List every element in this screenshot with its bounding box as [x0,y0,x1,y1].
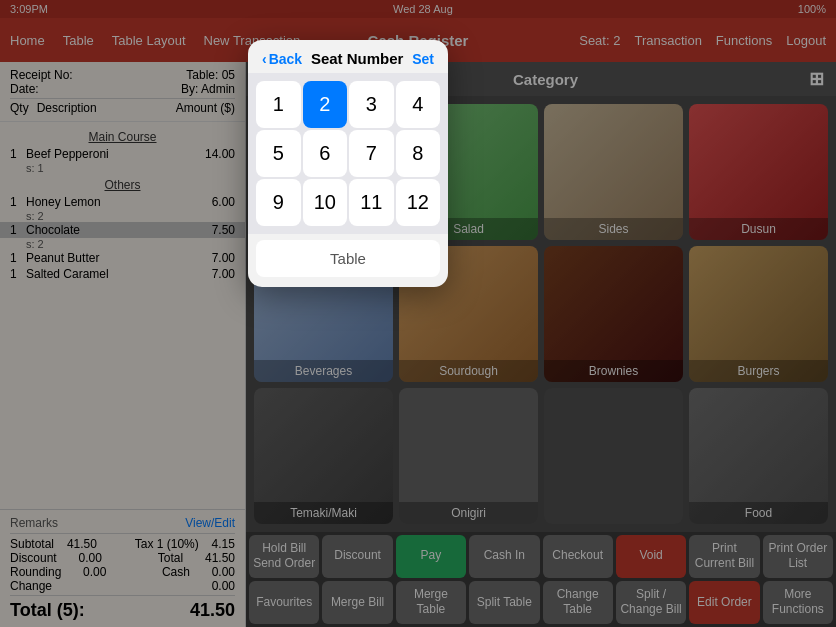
modal-title: Seat Number [311,50,404,67]
numpad-2[interactable]: 2 [303,81,348,128]
numpad-12[interactable]: 12 [396,179,441,226]
numpad-8[interactable]: 8 [396,130,441,177]
numpad-4[interactable]: 4 [396,81,441,128]
numpad-9[interactable]: 9 [256,179,301,226]
numpad-11[interactable]: 11 [349,179,394,226]
numpad-5[interactable]: 5 [256,130,301,177]
numpad-7[interactable]: 7 [349,130,394,177]
seat-number-modal: ‹ Back Seat Number Set 1 2 3 4 5 6 7 8 9… [248,40,448,287]
numpad-3[interactable]: 3 [349,81,394,128]
numpad-1[interactable]: 1 [256,81,301,128]
modal-set-button[interactable]: Set [412,51,434,67]
modal-back-button[interactable]: ‹ Back [262,51,302,67]
numpad-10[interactable]: 10 [303,179,348,226]
numpad-6[interactable]: 6 [303,130,348,177]
modal-table-button[interactable]: Table [256,240,440,277]
chevron-left-icon: ‹ [262,51,267,67]
modal-header: ‹ Back Seat Number Set [248,40,448,73]
numpad: 1 2 3 4 5 6 7 8 9 10 11 12 [248,73,448,234]
